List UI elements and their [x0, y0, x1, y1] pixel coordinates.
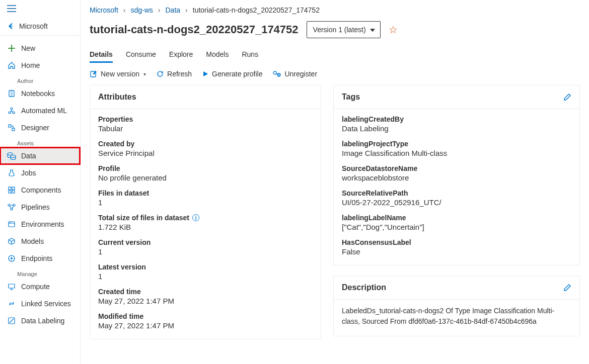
nav-jobs[interactable]: Jobs — [0, 164, 80, 181]
breadcrumbs: Microsoft › sdg-ws › Data › tutorial-cat… — [81, 0, 589, 17]
nav-data-labeling[interactable]: Data Labeling — [0, 312, 80, 329]
nav-components[interactable]: Components — [0, 181, 80, 199]
sidebar: Microsoft New Home Author Notebooks Auto… — [0, 0, 81, 364]
tags-header: Tags — [342, 93, 360, 102]
tag-labelingProjectType-v: Image Classification Multi-class — [342, 149, 571, 157]
nav-data[interactable]: Data — [0, 147, 80, 164]
attr-latestver-v: 1 — [98, 272, 313, 281]
tag-HasConsensusLabel-k: HasConsensusLabel — [342, 238, 571, 246]
svg-point-6 — [8, 153, 13, 155]
crumb-workspace[interactable]: sdg-ws — [130, 6, 153, 14]
refresh-icon — [156, 70, 164, 78]
tag-labelingCreatedBy-k: labelingCreatedBy — [342, 115, 571, 123]
data-icon — [7, 152, 16, 160]
attr-curver-v: 1 — [98, 247, 313, 256]
tab-details[interactable]: Details — [90, 47, 113, 63]
edit-description-button[interactable] — [563, 284, 571, 292]
tabs: Details Consume Explore Models Runs — [81, 42, 589, 63]
nav-home[interactable]: Home — [0, 57, 80, 74]
pipelines-icon — [8, 203, 16, 211]
back-arrow-icon — [7, 22, 15, 30]
description-header: Description — [342, 283, 386, 292]
attr-modified-time-k: Modified time — [98, 312, 313, 320]
attributes-card: Attributes PropertiesTabular Created byS… — [90, 85, 321, 339]
compute-icon — [8, 283, 16, 291]
toolbar: New version ▾ Refresh Generate profile U… — [81, 63, 589, 85]
tag-HasConsensusLabel-v: False — [342, 247, 571, 256]
tab-runs[interactable]: Runs — [242, 47, 258, 63]
generate-profile-button[interactable]: Generate profile — [202, 70, 262, 78]
svg-point-1 — [11, 108, 13, 110]
labeling-icon — [8, 317, 16, 325]
chevron-right-icon: › — [158, 6, 161, 14]
section-author: Author — [0, 74, 80, 85]
nav-linked-services[interactable]: Linked Services — [0, 295, 80, 312]
svg-rect-11 — [12, 191, 15, 193]
tag-SourceRelativePath-k: SourceRelativePath — [342, 189, 571, 197]
tab-consume[interactable]: Consume — [126, 47, 156, 63]
attributes-header: Attributes — [90, 85, 321, 109]
crumb-microsoft[interactable]: Microsoft — [90, 6, 118, 14]
description-text: LabeledDs_tutorial-cats-n-dogs2 Of Type … — [342, 306, 571, 327]
nav-designer[interactable]: Designer — [0, 119, 80, 136]
svg-rect-4 — [9, 125, 11, 127]
jobs-icon — [8, 169, 16, 177]
favorite-star-icon[interactable]: ☆ — [389, 24, 398, 36]
unregister-button[interactable]: Unregister — [272, 70, 317, 78]
tab-explore[interactable]: Explore — [169, 47, 193, 63]
attr-size-k: Total size of files in dataseti — [98, 214, 313, 222]
attr-properties-v: Tabular — [98, 124, 313, 133]
tags-card: Tags labelingCreatedByData Labeling labe… — [333, 85, 580, 265]
automl-icon — [8, 107, 16, 115]
nav-pipelines[interactable]: Pipelines — [0, 199, 80, 216]
nav-automl[interactable]: Automated ML — [0, 102, 80, 119]
portal-home-link[interactable]: Microsoft — [0, 17, 80, 36]
attr-files-k: Files in dataset — [98, 189, 313, 197]
chevron-right-icon: › — [185, 6, 188, 14]
svg-rect-5 — [12, 128, 15, 131]
nav-environments[interactable]: Environments — [0, 216, 80, 233]
nav-notebooks[interactable]: Notebooks — [0, 85, 80, 102]
attr-createdby-v: Service Principal — [98, 149, 313, 157]
attr-profile-k: Profile — [98, 164, 313, 172]
attr-created-time-v: May 27, 2022 1:47 PM — [98, 297, 313, 305]
nav-compute[interactable]: Compute — [0, 278, 80, 295]
tag-labelingCreatedBy-v: Data Labeling — [342, 124, 571, 133]
main-content: Microsoft › sdg-ws › Data › tutorial-cat… — [81, 0, 589, 364]
version-dropdown[interactable]: Version 1 (latest) — [307, 21, 381, 38]
attr-files-v: 1 — [98, 198, 313, 207]
svg-rect-9 — [12, 187, 15, 190]
unregister-icon — [272, 70, 281, 77]
tag-SourceDatastoreName-v: workspaceblobstore — [342, 173, 571, 182]
new-version-icon — [90, 70, 98, 78]
refresh-button[interactable]: Refresh — [156, 70, 192, 78]
designer-icon — [8, 124, 16, 132]
attr-curver-k: Current version — [98, 238, 313, 246]
environments-icon — [8, 220, 16, 228]
info-icon[interactable]: i — [192, 214, 199, 221]
attr-properties-k: Properties — [98, 115, 313, 123]
pencil-icon — [563, 284, 571, 292]
crumb-data[interactable]: Data — [166, 6, 181, 14]
page-title: tutorial-cats-n-dogs2_20220527_174752 — [90, 23, 299, 36]
menu-toggle[interactable] — [0, 0, 80, 17]
nav-models[interactable]: Models — [0, 233, 80, 250]
tab-models[interactable]: Models — [206, 47, 229, 63]
attr-createdby-k: Created by — [98, 140, 313, 148]
description-card: Description LabeledDs_tutorial-cats-n-do… — [333, 276, 580, 336]
tag-labelingLabelName-k: labelingLabelName — [342, 214, 571, 222]
attr-latestver-k: Latest version — [98, 263, 313, 271]
nav-new[interactable]: New — [0, 40, 80, 57]
new-version-button[interactable]: New version ▾ — [90, 70, 146, 78]
notebook-icon — [8, 89, 16, 98]
pencil-icon — [563, 93, 571, 101]
svg-rect-8 — [9, 187, 11, 190]
portal-name: Microsoft — [19, 22, 48, 30]
svg-rect-10 — [9, 191, 11, 193]
edit-tags-button[interactable] — [563, 93, 571, 101]
nav-endpoints[interactable]: Endpoints — [0, 250, 80, 267]
play-icon — [202, 70, 209, 77]
svg-rect-15 — [9, 222, 15, 227]
components-icon — [8, 186, 16, 194]
tag-labelingProjectType-k: labelingProjectType — [342, 140, 571, 148]
